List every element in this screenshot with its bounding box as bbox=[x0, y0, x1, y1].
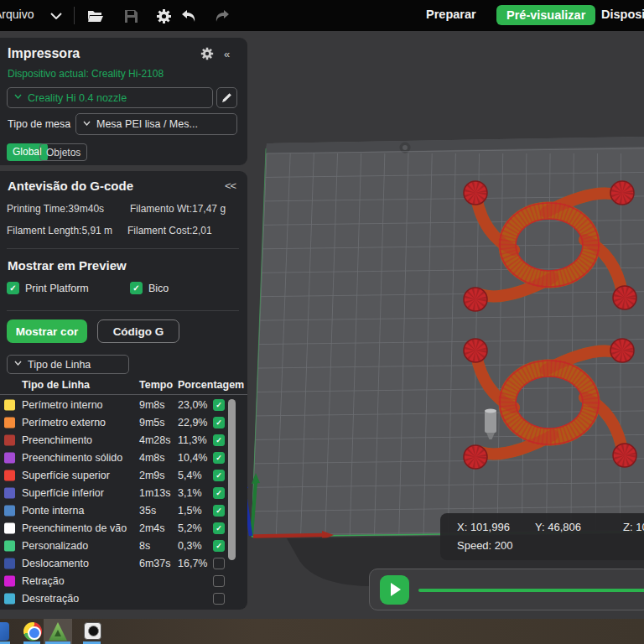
pencil-icon bbox=[221, 92, 232, 103]
save-icon[interactable] bbox=[122, 7, 140, 25]
line-type-label: Perímetro interno bbox=[22, 399, 103, 411]
line-type-visibility-checkbox[interactable] bbox=[213, 575, 225, 587]
table-row[interactable]: Deslocamento 6m37s 16,7% bbox=[0, 554, 247, 572]
line-type-visibility-checkbox[interactable]: ✓ bbox=[213, 505, 225, 517]
table-row[interactable]: Preenchimento de vão 2m4s 5,2% ✓ bbox=[0, 519, 247, 537]
taskbar-browser-icon[interactable] bbox=[0, 622, 9, 641]
line-type-time: 9m8s bbox=[139, 399, 165, 411]
table-row[interactable]: Perímetro interno 9m8s 23,0% ✓ bbox=[0, 396, 247, 413]
line-type-time: 9m5s bbox=[139, 417, 165, 428]
coord-z: Z: 10,0 bbox=[623, 521, 644, 533]
redo-icon[interactable] bbox=[213, 7, 231, 25]
os-taskbar bbox=[0, 619, 644, 644]
line-type-time: 1m13s bbox=[139, 487, 171, 499]
coord-speed: Speed: 200 bbox=[457, 539, 513, 552]
nozzle-checkbox-row[interactable]: ✓ Bico bbox=[130, 282, 169, 294]
line-type-color-swatch bbox=[4, 558, 15, 569]
gcode-panel-title: Antevisão do G-code bbox=[8, 179, 133, 193]
settings-gear-icon[interactable] bbox=[154, 7, 173, 25]
line-type-percent: 22,9% bbox=[178, 417, 207, 428]
camera-app-icon[interactable] bbox=[84, 622, 101, 640]
table-scrollbar[interactable] bbox=[228, 399, 236, 560]
line-type-time: 35s bbox=[139, 505, 156, 517]
open-folder-icon[interactable] bbox=[86, 7, 105, 25]
top-toolbar: Arquivo Preparar Pré-visualizar Disposit… bbox=[0, 0, 644, 31]
chrome-icon[interactable] bbox=[23, 622, 42, 641]
toolbar-divider bbox=[74, 7, 75, 24]
edit-printer-button[interactable] bbox=[216, 87, 237, 108]
file-menu-chevron-icon[interactable] bbox=[47, 7, 65, 25]
collapse-panel-icon[interactable]: << bbox=[225, 179, 236, 192]
line-type-color-swatch bbox=[4, 505, 15, 516]
tab-preview[interactable]: Pré-visualizar bbox=[496, 5, 595, 25]
line-type-visibility-checkbox[interactable]: ✓ bbox=[213, 540, 225, 552]
table-row[interactable]: Perímetro externo 9m5s 22,9% ✓ bbox=[0, 413, 247, 431]
coordinates-overlay: X: 101,996 Y: 46,806 Z: 10,0 Speed: 200 bbox=[440, 513, 644, 560]
undo-icon[interactable] bbox=[179, 7, 198, 25]
collapse-panel-icon[interactable]: « bbox=[224, 48, 229, 60]
line-type-percent: 11,3% bbox=[178, 434, 207, 446]
bed-type-select[interactable]: Mesa PEI lisa / Mes... bbox=[75, 113, 237, 135]
line-type-visibility-checkbox[interactable]: ✓ bbox=[213, 522, 225, 534]
table-row[interactable]: Desretração bbox=[0, 589, 247, 607]
table-row[interactable]: Retração bbox=[0, 572, 247, 589]
printer-settings-gear-icon[interactable] bbox=[200, 46, 215, 61]
nozzle-select[interactable]: Creality Hi 0.4 nozzle bbox=[7, 87, 213, 108]
line-type-filter-select[interactable]: Tipo de Linha bbox=[7, 355, 129, 374]
line-type-visibility-checkbox[interactable]: ✓ bbox=[213, 452, 225, 464]
bed-type-value: Mesa PEI lisa / Mes... bbox=[96, 118, 198, 130]
table-row[interactable]: Personalizado 8s 0,3% ✓ bbox=[0, 537, 247, 554]
chevron-down-icon bbox=[14, 94, 22, 101]
layer-playback-bar bbox=[369, 569, 644, 610]
line-type-time: 2m4s bbox=[139, 522, 165, 534]
chevron-down-icon bbox=[14, 361, 22, 368]
table-row[interactable]: Preenchimento sólido 4m8s 10,4% ✓ bbox=[0, 449, 247, 466]
line-type-label: Superfície superior bbox=[22, 470, 110, 481]
table-row[interactable]: Ponte interna 35s 1,5% ✓ bbox=[0, 501, 247, 519]
line-type-filter-value: Tipo de Linha bbox=[28, 359, 91, 371]
print-platform-label: Print Platform bbox=[25, 283, 89, 294]
line-type-label: Ponte interna bbox=[22, 505, 84, 517]
tab-prepare[interactable]: Preparar bbox=[426, 8, 476, 21]
line-type-percent: 5,2% bbox=[178, 522, 202, 534]
line-type-visibility-checkbox[interactable] bbox=[213, 558, 225, 569]
table-row[interactable]: Superfície inferior 1m13s 3,1% ✓ bbox=[0, 484, 247, 501]
line-type-color-swatch bbox=[4, 575, 15, 586]
playback-progress-slider[interactable] bbox=[418, 589, 644, 592]
print-platform-checkbox-row[interactable]: ✓ Print Platform bbox=[7, 282, 89, 294]
file-menu[interactable]: Arquivo bbox=[0, 8, 34, 21]
tab-objects[interactable]: Objetos bbox=[39, 143, 87, 161]
table-row[interactable]: Superfície superior 2m9s 5,4% ✓ bbox=[0, 466, 247, 484]
show-color-button[interactable]: Mostrar cor bbox=[7, 319, 87, 343]
line-type-color-swatch bbox=[4, 540, 15, 551]
tab-device[interactable]: Dispositivo bbox=[601, 8, 644, 21]
line-type-label: Deslocamento bbox=[22, 558, 89, 569]
line-type-visibility-checkbox[interactable]: ✓ bbox=[213, 470, 225, 481]
line-type-visibility-checkbox[interactable] bbox=[213, 593, 225, 605]
line-type-color-swatch bbox=[4, 434, 15, 445]
line-type-label: Perímetro externo bbox=[22, 417, 106, 428]
column-header-time: Tempo bbox=[139, 379, 173, 391]
line-type-color-swatch bbox=[4, 487, 15, 498]
line-type-time: 6m37s bbox=[139, 558, 171, 569]
line-type-time: 4m8s bbox=[139, 452, 165, 464]
line-type-percent: 16,7% bbox=[178, 558, 207, 569]
divider bbox=[7, 310, 239, 311]
line-type-time: 8s bbox=[139, 540, 150, 552]
line-type-visibility-checkbox[interactable]: ✓ bbox=[213, 434, 225, 446]
gcode-button[interactable]: Código G bbox=[97, 319, 179, 343]
checkbox-checked-icon[interactable]: ✓ bbox=[130, 282, 143, 294]
coord-x: X: 101,996 bbox=[457, 521, 510, 533]
line-type-color-swatch bbox=[4, 399, 15, 410]
line-type-visibility-checkbox[interactable]: ✓ bbox=[213, 487, 225, 499]
line-type-label: Preenchimento de vão bbox=[22, 522, 127, 534]
play-button[interactable] bbox=[380, 575, 409, 605]
line-type-visibility-checkbox[interactable]: ✓ bbox=[213, 399, 225, 411]
printer-panel: Impressora « Dispositivo actual: Crealit… bbox=[0, 38, 247, 165]
checkbox-checked-icon[interactable]: ✓ bbox=[7, 282, 19, 294]
column-header-type: Tipo de Linha bbox=[22, 379, 90, 391]
line-type-visibility-checkbox[interactable]: ✓ bbox=[213, 417, 225, 428]
table-row[interactable]: Preenchimento 4m28s 11,3% ✓ bbox=[0, 431, 247, 449]
column-header-percentage: Porcentagem bbox=[178, 379, 244, 391]
filament-length-stat: Filament Length:5,91 m bbox=[7, 225, 112, 236]
